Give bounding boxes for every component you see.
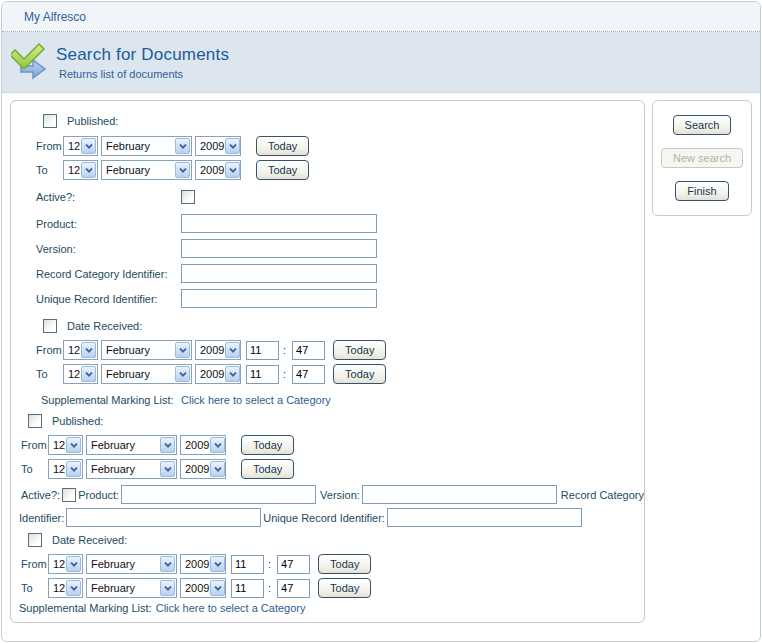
- dropdown-arrow-icon: [66, 437, 81, 453]
- record-category-label-part2: Identifier:: [19, 512, 64, 524]
- inline-fields-row-1: Active?: Product: Version: Record Catego…: [11, 485, 644, 504]
- year-value: 2009: [185, 463, 209, 475]
- day-select[interactable]: 12: [48, 554, 83, 574]
- supplemental-marking-list-label: Supplemental Marking List:: [19, 602, 152, 614]
- day-value: 12: [53, 439, 65, 451]
- finish-button[interactable]: Finish: [675, 181, 728, 201]
- published-from-row: From 12 February 2009 Today: [11, 136, 644, 156]
- today-button[interactable]: Today: [241, 435, 294, 455]
- dropdown-arrow-icon: [81, 342, 96, 358]
- product-input[interactable]: [181, 214, 377, 233]
- year-select[interactable]: 2009: [195, 364, 241, 384]
- active-label: Active?:: [21, 489, 60, 501]
- version-input[interactable]: [362, 485, 557, 504]
- minute-input[interactable]: [292, 365, 325, 384]
- day-select[interactable]: 12: [63, 160, 98, 180]
- day-select[interactable]: 12: [63, 340, 98, 360]
- published-checkbox[interactable]: [28, 414, 42, 428]
- record-category-identifier-row: Record Category Identifier:: [11, 264, 644, 283]
- day-value: 12: [53, 558, 65, 570]
- month-select[interactable]: February: [101, 136, 192, 156]
- date-received-from-row: From 12 February 2009 : Today: [11, 340, 644, 360]
- published-label: Published:: [67, 115, 118, 127]
- active-checkbox[interactable]: [62, 488, 76, 502]
- month-select[interactable]: February: [86, 554, 177, 574]
- year-select[interactable]: 2009: [195, 136, 241, 156]
- record-category-identifier-input[interactable]: [66, 508, 261, 527]
- year-select[interactable]: 2009: [180, 435, 226, 455]
- dropdown-arrow-icon: [225, 138, 240, 154]
- to-label: To: [21, 463, 48, 475]
- day-select[interactable]: 12: [63, 136, 98, 156]
- day-value: 12: [53, 463, 65, 475]
- active-row: Active?:: [11, 190, 644, 204]
- dropdown-arrow-icon: [66, 580, 81, 596]
- today-button[interactable]: Today: [333, 364, 386, 384]
- unique-record-identifier-input[interactable]: [387, 508, 582, 527]
- topbar-item-my-alfresco[interactable]: My Alfresco: [24, 10, 86, 24]
- year-select[interactable]: 2009: [195, 340, 241, 360]
- today-button[interactable]: Today: [333, 340, 386, 360]
- month-select[interactable]: February: [101, 160, 192, 180]
- new-search-button[interactable]: New search: [661, 148, 743, 168]
- date-received-checkbox[interactable]: [43, 319, 57, 333]
- unique-record-identifier-label: Unique Record Identifier:: [263, 512, 385, 524]
- to-label: To: [36, 164, 63, 176]
- hour-input[interactable]: [246, 341, 279, 360]
- search-button[interactable]: Search: [673, 115, 732, 135]
- hour-input[interactable]: [231, 579, 264, 598]
- header-text: Search for Documents Returns list of doc…: [56, 45, 229, 80]
- today-button[interactable]: Today: [241, 459, 294, 479]
- version-input[interactable]: [181, 239, 377, 258]
- minute-input[interactable]: [277, 579, 310, 598]
- year-value: 2009: [185, 582, 209, 594]
- wizard-arrow-icon: [11, 42, 53, 82]
- year-select[interactable]: 2009: [180, 554, 226, 574]
- dropdown-arrow-icon: [81, 138, 96, 154]
- day-select[interactable]: 12: [48, 578, 83, 598]
- day-select[interactable]: 12: [48, 459, 83, 479]
- year-value: 2009: [185, 558, 209, 570]
- select-category-link[interactable]: Click here to select a Category: [156, 602, 306, 614]
- select-category-link[interactable]: Click here to select a Category: [181, 394, 331, 406]
- today-button[interactable]: Today: [256, 136, 309, 156]
- dropdown-arrow-icon: [175, 342, 190, 358]
- year-select[interactable]: 2009: [180, 459, 226, 479]
- hour-input[interactable]: [246, 365, 279, 384]
- dropdown-arrow-icon: [210, 437, 225, 453]
- day-select[interactable]: 12: [48, 435, 83, 455]
- year-select[interactable]: 2009: [195, 160, 241, 180]
- minute-input[interactable]: [277, 555, 310, 574]
- time-separator: :: [283, 344, 286, 356]
- date-received-checkbox[interactable]: [28, 533, 42, 547]
- today-button[interactable]: Today: [256, 160, 309, 180]
- day-select[interactable]: 12: [63, 364, 98, 384]
- minute-input[interactable]: [292, 341, 325, 360]
- published-from-row-2: From 12 February 2009 Today: [11, 435, 644, 455]
- published-checkbox[interactable]: [43, 114, 57, 128]
- to-label: To: [21, 582, 48, 594]
- month-select[interactable]: February: [101, 340, 192, 360]
- record-category-identifier-input[interactable]: [181, 264, 377, 283]
- active-checkbox[interactable]: [181, 190, 195, 204]
- today-button[interactable]: Today: [318, 554, 371, 574]
- version-label: Version:: [320, 489, 360, 501]
- month-select[interactable]: February: [86, 459, 177, 479]
- month-value: February: [91, 558, 135, 570]
- year-value: 2009: [200, 140, 224, 152]
- product-input[interactable]: [121, 485, 316, 504]
- hour-input[interactable]: [231, 555, 264, 574]
- month-value: February: [106, 368, 150, 380]
- month-select[interactable]: February: [86, 435, 177, 455]
- unique-record-identifier-input[interactable]: [181, 289, 377, 308]
- product-label: Product:: [78, 489, 119, 501]
- page-header: Search for Documents Returns list of doc…: [2, 32, 760, 93]
- day-value: 12: [68, 368, 80, 380]
- to-label: To: [36, 368, 63, 380]
- dropdown-arrow-icon: [66, 556, 81, 572]
- supplemental-marking-row: Supplemental Marking List: Click here to…: [11, 394, 644, 406]
- year-select[interactable]: 2009: [180, 578, 226, 598]
- month-select[interactable]: February: [101, 364, 192, 384]
- month-select[interactable]: February: [86, 578, 177, 598]
- today-button[interactable]: Today: [318, 578, 371, 598]
